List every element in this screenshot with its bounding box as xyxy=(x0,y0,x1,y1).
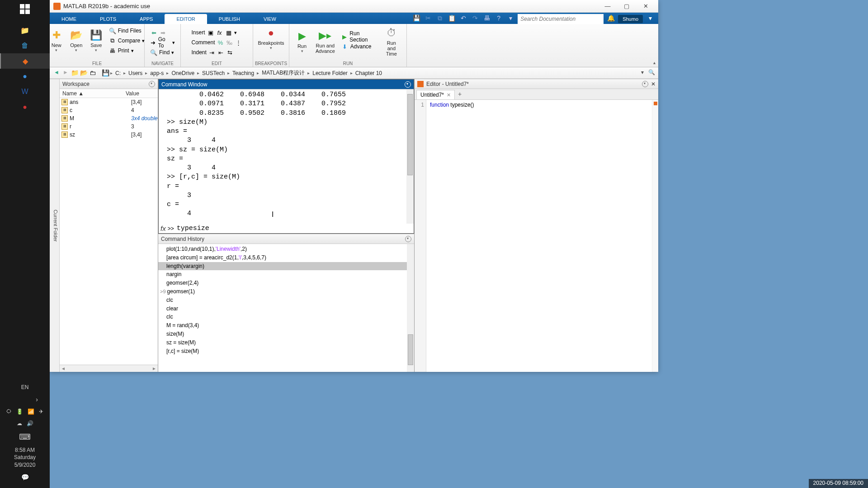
current-folder-tab[interactable]: Current Folder xyxy=(50,79,60,372)
search-path-icon[interactable]: 🔍 xyxy=(647,69,656,77)
signin-icon[interactable]: 🔔 xyxy=(606,14,615,23)
open-button[interactable]: 📂Open▾ xyxy=(67,28,85,53)
history-item[interactable]: plot(1:10,rand(10,1),'Linewidth',2) xyxy=(158,245,414,253)
task-explorer[interactable]: 📁 xyxy=(0,23,50,38)
ribbon-collapse[interactable]: ▴ xyxy=(650,24,658,67)
notifications-icon[interactable]: 💬 xyxy=(5,471,45,483)
breadcrumb[interactable]: app-s xyxy=(148,70,165,76)
redo-icon[interactable]: ↷ xyxy=(471,14,480,23)
workspace-col-value[interactable]: Value xyxy=(123,90,158,97)
history-item[interactable]: [area circum] = areacirc_d2(1,'i',3,4,5,… xyxy=(158,253,414,262)
workspace-variable[interactable]: ⊞M3x4 double xyxy=(60,114,158,122)
breadcrumb[interactable]: SUSTech xyxy=(200,70,226,76)
copy-icon[interactable]: ⧉ xyxy=(435,14,444,23)
undo-icon[interactable]: ↶ xyxy=(459,14,468,23)
vertical-scrollbar[interactable] xyxy=(406,89,414,224)
compare-button[interactable]: ⧉Compare ▾ xyxy=(107,36,146,46)
task-word[interactable]: W xyxy=(0,84,50,99)
browse-icon[interactable]: 🗀 xyxy=(89,69,97,77)
history-item[interactable]: size(M) xyxy=(158,330,414,338)
task-matlab[interactable]: ◆ xyxy=(0,53,50,69)
history-item[interactable]: [r,c] = size(M) xyxy=(158,347,414,356)
workspace-variable[interactable]: ⊞sz[3,4] xyxy=(60,131,158,139)
save-button[interactable]: 💾Save▾ xyxy=(87,28,105,53)
user-dropdown[interactable]: ▾ xyxy=(646,14,655,23)
run-advance-button[interactable]: ▶▸Run and Advance xyxy=(313,28,338,55)
history-item[interactable]: length(varargin) xyxy=(158,262,414,271)
forward-button[interactable]: ► xyxy=(61,69,70,77)
panel-menu-icon[interactable] xyxy=(405,236,411,242)
history-item[interactable]: nargin xyxy=(158,270,414,279)
print-button[interactable]: 🖶Print ▾ xyxy=(107,46,146,56)
advance-button[interactable]: ⬇Advance xyxy=(340,42,378,52)
dropdown-icon[interactable]: ▾ xyxy=(506,14,515,23)
workspace-variable[interactable]: ⊞c4 xyxy=(60,106,158,114)
horizontal-scrollbar[interactable]: ◄► xyxy=(60,365,158,372)
search-documentation[interactable] xyxy=(518,14,604,24)
find-button[interactable]: 🔍Find ▾ xyxy=(148,47,177,57)
task-zoom[interactable]: ● xyxy=(0,69,50,84)
history-item[interactable]: sz = size(M) xyxy=(158,338,414,347)
fx-icon[interactable]: fx xyxy=(160,225,166,232)
back-button[interactable]: ◄ xyxy=(52,69,61,77)
breadcrumb[interactable]: Users xyxy=(127,70,144,76)
panel-menu-icon[interactable] xyxy=(149,81,155,87)
code-analyzer-bar[interactable] xyxy=(652,100,658,372)
find-files-button[interactable]: 🔍Find Files xyxy=(107,26,146,36)
help-icon[interactable]: ? xyxy=(494,14,503,23)
tab-plots[interactable]: PLOTS xyxy=(88,14,128,24)
task-other[interactable]: ● xyxy=(0,99,50,115)
taskbar-clock[interactable]: 8:58 AM Saturday 5/9/2020 xyxy=(5,445,45,471)
breadcrumb[interactable]: C: xyxy=(113,70,123,76)
editor-tab[interactable]: Untitled7*✕ xyxy=(416,90,455,99)
editor-code[interactable]: function typesize() xyxy=(426,100,652,372)
tab-apps[interactable]: APPS xyxy=(128,14,165,24)
history-item[interactable]: >9 geomser(1) xyxy=(158,287,414,296)
wifi-icon[interactable]: 📶 xyxy=(28,408,34,415)
editor-close-icon[interactable]: ✕ xyxy=(651,81,656,87)
onedrive-icon[interactable]: ☁ xyxy=(17,420,22,427)
cut-icon[interactable]: ✂ xyxy=(424,14,433,23)
location-icon[interactable]: ✈ xyxy=(39,408,43,415)
path-dropdown[interactable]: ▾ xyxy=(638,69,646,77)
history-item[interactable]: clc xyxy=(158,313,414,321)
insert-button[interactable]: Insert ▣fx▦ ▾ xyxy=(189,28,244,38)
history-item[interactable]: clear xyxy=(158,305,414,313)
history-item[interactable]: geomser(2,4) xyxy=(158,279,414,287)
minimize-button[interactable]: — xyxy=(599,1,617,12)
vertical-scrollbar[interactable] xyxy=(407,244,414,372)
workspace-col-name[interactable]: Name ▲ xyxy=(60,90,123,97)
language-indicator[interactable]: EN xyxy=(5,381,45,393)
command-input[interactable] xyxy=(177,225,412,232)
user-menu[interactable]: Shumo xyxy=(618,15,643,23)
tab-view[interactable]: VIEW xyxy=(252,14,288,24)
breadcrumb[interactable]: Chapter 10 xyxy=(354,70,384,76)
indent-button[interactable]: Indent ⇥⇤⇆ xyxy=(189,47,244,57)
workspace-variable[interactable]: ⊞r3 xyxy=(60,122,158,131)
tab-close-icon[interactable]: ✕ xyxy=(447,92,451,98)
volume-icon[interactable]: 🔊 xyxy=(27,420,33,427)
save-icon[interactable]: 💾 xyxy=(412,14,421,23)
breadcrumb[interactable]: MATLAB程序设计 xyxy=(260,69,307,77)
tab-publish[interactable]: PUBLISH xyxy=(207,14,252,24)
folder-icon[interactable]: 📂 xyxy=(80,69,88,77)
keyboard-icon[interactable]: ⌨ xyxy=(5,429,45,445)
breadcrumb[interactable]: OneDrive xyxy=(170,70,196,76)
tab-home[interactable]: HOME xyxy=(50,14,88,24)
close-button[interactable]: ✕ xyxy=(637,1,655,12)
print-icon[interactable]: 🖶 xyxy=(482,14,491,23)
breakpoints-button[interactable]: ●Breakpoints▾ xyxy=(255,26,287,51)
goto-button[interactable]: ➜Go To ▾ xyxy=(148,38,177,47)
new-button[interactable]: ✚New▾ xyxy=(47,28,66,53)
breadcrumb[interactable]: Lecture Folder xyxy=(311,70,349,76)
breadcrumb[interactable]: Teaching xyxy=(231,70,256,76)
comment-button[interactable]: Comment %‰⋮ xyxy=(189,38,244,47)
task-recycle[interactable]: 🗑 xyxy=(0,38,50,53)
tray-icon[interactable]: 🌣 xyxy=(6,408,12,415)
panel-menu-icon[interactable] xyxy=(642,81,648,87)
paste-icon[interactable]: 📋 xyxy=(447,14,456,23)
tray-expand[interactable]: › xyxy=(5,393,45,406)
workspace-variable[interactable]: ⊞ans[3,4] xyxy=(60,98,158,106)
history-item[interactable]: M = rand(3,4) xyxy=(158,321,414,330)
run-section-button[interactable]: ▶Run Section xyxy=(340,32,378,42)
